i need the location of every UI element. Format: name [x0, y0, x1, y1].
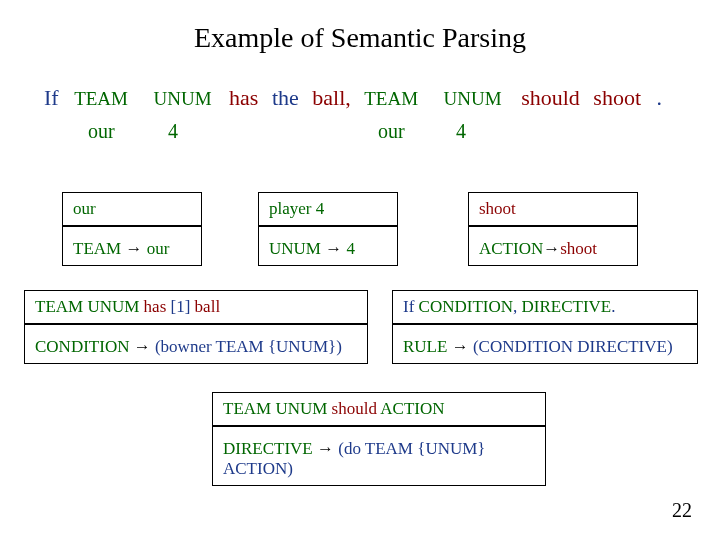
box-shoot-top: shoot [479, 199, 627, 219]
val-four1: 4 [168, 120, 178, 143]
val-four2: 4 [456, 120, 466, 143]
slide-title: Example of Semantic Parsing [0, 0, 720, 54]
tok-ball: ball, [312, 85, 351, 111]
box-shoot: shoot ACTION→shoot [468, 192, 638, 266]
box-cond-top-c: [1] [166, 297, 194, 316]
box-shoot-bot: ACTION→shoot [479, 233, 627, 259]
box-cond-top-b: has [144, 297, 167, 316]
box-rule-top-b: CONDITION [419, 297, 513, 316]
box-dir-top-a: TEAM UNUM [223, 399, 332, 418]
box-cond-top-d: ball [195, 297, 221, 316]
box-directive-bot: DIRECTIVE → (do TEAM {UNUM} ACTION) [223, 433, 535, 479]
box-our-top: our [73, 199, 191, 219]
box-directive: TEAM UNUM should ACTION DIRECTIVE → (do … [212, 392, 546, 486]
tok-has: has [229, 85, 258, 111]
box-rule-top-a: If [403, 297, 419, 316]
page-number: 22 [672, 499, 692, 522]
arrow-right-icon: → [317, 439, 334, 458]
box-shoot-bot-left: ACTION [479, 239, 543, 258]
val-our2: our [378, 120, 405, 143]
arrow-right-icon: → [543, 239, 560, 258]
parse-sentence: If TEAM UNUM has the ball, TEAM UNUM sho… [44, 85, 662, 111]
tok-unum1: UNUM [153, 88, 211, 110]
box-cond-top-a: TEAM UNUM [35, 297, 144, 316]
tok-team1: TEAM [74, 88, 128, 110]
box-rule-bot-a: RULE [403, 337, 452, 356]
box-directive-top: TEAM UNUM should ACTION [223, 399, 535, 419]
box-our: our TEAM → our [62, 192, 202, 266]
box-our-bot: TEAM → our [73, 233, 191, 259]
box-cond-bot-b: (bowner TEAM {UNUM}) [151, 337, 342, 356]
box-dir-top-c: ACTION [377, 399, 445, 418]
box-rule: If CONDITION, DIRECTIVE. RULE → (CONDITI… [392, 290, 698, 364]
box-dir-top-b: should [332, 399, 377, 418]
tok-period: . [657, 85, 663, 111]
box-shoot-bot-right: shoot [560, 239, 597, 258]
tok-the: the [272, 85, 299, 111]
box-player4-top: player 4 [269, 199, 387, 219]
box-rule-top-e: . [611, 297, 615, 316]
box-player4-bot-right: 4 [342, 239, 355, 258]
box-rule-top-d: DIRECTIVE [522, 297, 612, 316]
box-rule-top-c: , [513, 297, 522, 316]
box-rule-top: If CONDITION, DIRECTIVE. [403, 297, 687, 317]
box-our-bot-left: TEAM [73, 239, 125, 258]
arrow-right-icon: → [452, 337, 469, 356]
box-player4: player 4 UNUM → 4 [258, 192, 398, 266]
tok-should: should [521, 85, 580, 111]
box-our-bot-right: our [142, 239, 169, 258]
box-rule-bot-b: (CONDITION DIRECTIVE) [469, 337, 673, 356]
box-condition-top: TEAM UNUM has [1] ball [35, 297, 357, 317]
box-condition: TEAM UNUM has [1] ball CONDITION → (bown… [24, 290, 368, 364]
box-rule-bot: RULE → (CONDITION DIRECTIVE) [403, 331, 687, 357]
box-cond-bot-a: CONDITION [35, 337, 134, 356]
tok-shoot: shoot [593, 85, 641, 111]
tok-if: If [44, 85, 59, 111]
val-our1: our [88, 120, 115, 143]
box-player4-bot: UNUM → 4 [269, 233, 387, 259]
box-condition-bot: CONDITION → (bowner TEAM {UNUM}) [35, 331, 357, 357]
arrow-right-icon: → [125, 239, 142, 258]
tok-team2: TEAM [364, 88, 418, 110]
arrow-right-icon: → [325, 239, 342, 258]
arrow-right-icon: → [134, 337, 151, 356]
box-dir-bot-a: DIRECTIVE [223, 439, 317, 458]
box-player4-bot-left: UNUM [269, 239, 325, 258]
tok-unum2: UNUM [444, 88, 502, 110]
